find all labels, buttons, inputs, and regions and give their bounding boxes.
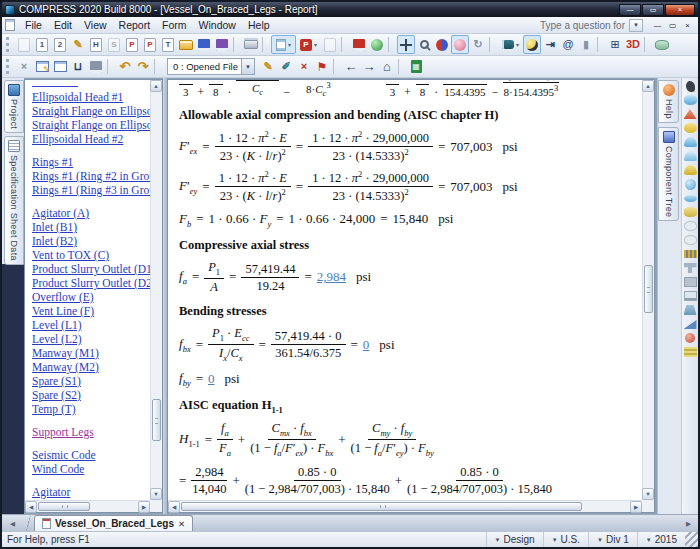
save-file-button[interactable] <box>195 35 213 54</box>
quick-design-wand-button[interactable]: ✎ <box>69 35 87 54</box>
sidebar-link[interactable]: Product Slurry Outlet (D2) <box>32 276 150 290</box>
tab-help[interactable]: Help <box>658 80 679 123</box>
cut-button[interactable]: × <box>15 57 33 76</box>
sidebar-link[interactable]: Product Slurry Outlet (D1) <box>32 262 150 276</box>
toolbar-separator[interactable] <box>233 37 240 52</box>
status-division-dropdown[interactable]: ▼Div 1 <box>588 532 637 547</box>
sidebar-link[interactable]: Wind Code <box>32 462 150 476</box>
fluid-component-icon[interactable] <box>683 332 698 344</box>
pan-tool-button[interactable] <box>397 35 415 54</box>
opened-file-combobox[interactable]: 0 : Opened File ▼ <box>167 58 255 75</box>
sidebar-link[interactable]: Agitator (A) <box>32 206 150 220</box>
component-ghost-icon[interactable] <box>683 234 698 246</box>
toolbar-grip[interactable] <box>6 37 11 52</box>
component-ghost-icon[interactable] <box>683 220 698 232</box>
scrollbar-thumb[interactable] <box>38 502 90 511</box>
sidebar-link[interactable]: Agitator <box>32 485 150 499</box>
status-year-dropdown[interactable]: ▼2015 <box>637 532 685 547</box>
edit-component-button[interactable]: ✎ <box>259 57 277 76</box>
toolbar-grip[interactable] <box>6 59 11 74</box>
info-button[interactable] <box>368 35 386 54</box>
scroll-left-button[interactable]: ◀ <box>168 501 180 513</box>
report-page-1-button[interactable]: 1 <box>33 35 51 54</box>
question-prompt[interactable]: Type a question for <box>540 20 628 31</box>
menu-report[interactable]: Report <box>113 18 157 32</box>
tab-scroll-left-button[interactable]: ◀ <box>5 516 20 531</box>
stud-bolt-icon[interactable] <box>683 248 698 260</box>
sidebar-link[interactable]: Straight Flange on Ellipsoid <box>32 118 150 132</box>
sidebar-link[interactable] <box>32 439 150 448</box>
menu-form[interactable]: Form <box>156 18 193 32</box>
sidebar-link[interactable]: Rings #1 <box>32 155 150 169</box>
toolbar-separator[interactable] <box>489 37 496 52</box>
scroll-left-button[interactable]: ◀ <box>25 501 37 513</box>
restore-button[interactable]: ▭ <box>642 4 664 16</box>
save-as-button[interactable] <box>213 35 231 54</box>
mdi-minimize-button[interactable]: — <box>650 19 665 31</box>
status-mode-dropdown[interactable]: ▼Design <box>486 532 543 547</box>
undo-button[interactable]: ↶ <box>116 57 134 76</box>
toolbar-separator[interactable] <box>388 37 395 52</box>
bookmarks-button[interactable] <box>498 35 523 54</box>
toolbar-separator[interactable] <box>262 37 269 52</box>
dimension-button[interactable]: ⊞ <box>606 35 624 54</box>
print-button[interactable] <box>242 35 260 54</box>
scroll-up-button[interactable]: ▲ <box>642 80 654 92</box>
save-input-button[interactable] <box>87 57 105 76</box>
menu-edit[interactable]: Edit <box>48 18 78 32</box>
result-link-fbx[interactable]: 0 <box>363 337 370 353</box>
components-view-button[interactable] <box>653 35 671 54</box>
close-tab-icon[interactable]: ✕ <box>178 519 185 529</box>
save-critical-button[interactable] <box>350 35 368 54</box>
scroll-right-button[interactable]: ▶ <box>630 501 642 513</box>
menu-window[interactable]: Window <box>193 18 242 32</box>
clamp-button[interactable]: ⊔ <box>69 57 87 76</box>
platform-component-icon[interactable] <box>683 346 698 358</box>
toolbar-separator[interactable] <box>597 37 604 52</box>
toolbar-separator[interactable] <box>341 37 348 52</box>
question-dropdown-icon[interactable]: ▼ <box>629 19 643 32</box>
sidebar-link[interactable]: Manway (M2) <box>32 360 150 374</box>
tab-component-tree[interactable]: Component Tree <box>658 127 679 221</box>
back-button[interactable]: ← <box>342 57 360 76</box>
forward-button[interactable]: → <box>360 57 378 76</box>
scrollbar-thumb[interactable] <box>644 265 653 313</box>
sidebar-link[interactable]: Straight Flange on Ellipsoid <box>32 104 150 118</box>
delete-component-button[interactable]: × <box>295 57 313 76</box>
sidebar-link[interactable]: Support Legs <box>32 425 150 439</box>
section-view-button[interactable]: ⇥ <box>541 35 559 54</box>
sidebar-link[interactable]: Inlet (B2) <box>32 234 150 248</box>
toolbar-separator[interactable] <box>107 59 114 74</box>
tab-project[interactable]: Project <box>4 80 24 133</box>
sidebar-link[interactable]: Vent Line (F) <box>32 304 150 318</box>
torispherical-head-icon[interactable] <box>683 164 698 176</box>
hemispherical-head-icon[interactable] <box>683 150 698 162</box>
menu-view[interactable]: View <box>78 18 113 32</box>
agitator-icon[interactable] <box>683 80 698 92</box>
sidebar-link[interactable]: Spare (S1) <box>32 374 150 388</box>
flange-component-icon[interactable] <box>683 122 698 134</box>
report-view[interactable]: 23 + 38 · (K · l/r)Cc − (K · l/r)38·Cc3 … <box>168 80 642 499</box>
export-pdf-button[interactable]: P <box>296 35 321 54</box>
panel-component-icon[interactable] <box>683 290 698 302</box>
result-link-fby[interactable]: 0 <box>208 371 215 387</box>
plate-component-icon[interactable] <box>683 276 698 288</box>
sidebar-link[interactable]: Inlet (B1) <box>32 220 150 234</box>
close-button[interactable]: × <box>665 4 695 16</box>
nozzle-tee-icon[interactable] <box>683 262 698 274</box>
scroll-down-button[interactable]: ▼ <box>642 488 654 500</box>
sidebar-link[interactable]: Vent to TOX (C) <box>32 248 150 262</box>
sidebar-link[interactable] <box>32 83 78 87</box>
flag-button[interactable]: ⚑ <box>313 57 331 76</box>
flat-head-icon[interactable] <box>683 192 698 204</box>
shell-course-icon[interactable] <box>683 206 698 218</box>
form-window-button[interactable] <box>51 57 69 76</box>
new-report-button[interactable] <box>15 35 33 54</box>
sidebar-link[interactable]: Level (L2) <box>32 332 150 346</box>
export-word-button[interactable] <box>271 35 296 54</box>
scrollbar-thumb[interactable] <box>181 502 582 511</box>
sidebar-link[interactable]: Rings #1 (Ring #3 in Group <box>32 183 150 197</box>
title-bar[interactable]: COMPRESS 2020 Build 8000 - [Vessel_On_Br… <box>2 2 698 17</box>
scroll-right-button[interactable]: ▶ <box>138 501 150 513</box>
sidebar-link[interactable]: Level (L1) <box>32 318 150 332</box>
